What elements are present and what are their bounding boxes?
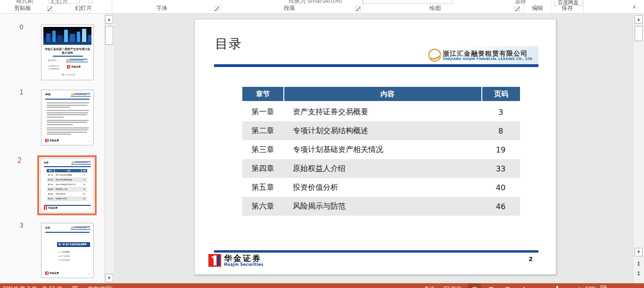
group-label-font: 字体 xyxy=(156,4,167,12)
huajin-securities-logo[interactable]: 华金证券 Huajin Securities xyxy=(208,254,264,267)
toc-row: 第六章风险揭示与防范46 xyxy=(47,196,87,201)
toc-content-cell: 资产支持证券交易概要 xyxy=(54,173,81,178)
slides-top-label: 幻灯片 xyxy=(51,0,68,6)
select-button[interactable]: 选择 xyxy=(515,0,526,6)
scroll-down-icon[interactable]: ▼ xyxy=(635,248,643,256)
toc-content-cell: 风险揭示与防范 xyxy=(283,197,481,216)
toc-row: 第一章资产支持证券交易概要3 xyxy=(47,173,87,178)
thumb3-items: 1.1 业务概要 1.2 产品方案 1.3 发行安排 xyxy=(58,251,70,263)
slide-editor[interactable]: 目录 浙江汇金融资租赁有限公司 ZHEJIANG HUIJIN FINANCIA… xyxy=(194,19,556,275)
toc-content-cell: 专项计划基础资产相关情况 xyxy=(283,140,481,159)
toc-header-row: 章节内容页码 xyxy=(242,87,520,102)
thumb2-header: 目录 xyxy=(44,161,49,164)
language-indicator[interactable]: 中文(中国) xyxy=(88,285,113,288)
toc-chapter-cell: 第五章 xyxy=(47,192,54,196)
scroll-up-icon[interactable]: ▲ xyxy=(635,15,643,24)
zoom-out-button[interactable]: − xyxy=(534,286,538,288)
scroll-up-icon[interactable]: ▲ xyxy=(105,15,113,24)
zoom-level[interactable]: 68% xyxy=(586,286,597,288)
thumb-page-number: 1 xyxy=(89,140,90,143)
thumb3-header: 目录 xyxy=(45,226,50,229)
dialog-launcher-icon[interactable] xyxy=(47,6,52,11)
huajin-logo-icon xyxy=(208,254,221,267)
dialog-launcher-icon[interactable] xyxy=(355,6,361,11)
blurred-paragraphs xyxy=(47,102,89,136)
toc-header-cell: 页码 xyxy=(481,87,520,101)
slide-page-number[interactable]: 2 xyxy=(528,255,533,263)
toc-chapter-cell: 第二章 xyxy=(242,121,283,140)
thumb-page-number: 3 xyxy=(89,273,90,275)
toc-page-cell: 3 xyxy=(481,102,520,121)
header-divider-line xyxy=(214,64,538,67)
shape-style-combobox[interactable] xyxy=(362,0,453,4)
toc-page-cell: 8 xyxy=(81,178,87,182)
smartart-convert-button[interactable]: 转换为 SmartArt(M) xyxy=(289,0,342,5)
scrollbar-thumb[interactable] xyxy=(635,26,643,41)
toc-content-cell: 投资价值分析 xyxy=(54,192,81,196)
toc-content-cell: 原始权益人介绍 xyxy=(283,159,481,178)
toc-row: 第六章风险揭示与防范46 xyxy=(242,197,520,216)
thumbnail-slide-0[interactable]: 华金汇金租赁二期资产支持专项计划 推介材料 原始权益人： 计划管理人及 推介销售… xyxy=(41,25,94,80)
toc-row: 第五章投资价值分析40 xyxy=(47,192,87,196)
view-reading-button[interactable]: ▥ xyxy=(501,283,514,288)
huajin-logo-chip: 华金证券 xyxy=(67,65,81,68)
scroll-down-icon[interactable]: ▼ xyxy=(105,274,113,282)
dialog-launcher-icon[interactable] xyxy=(214,6,219,11)
next-slide-button[interactable]: ▼▼ xyxy=(635,269,643,278)
group-label-save: 保存 xyxy=(561,4,573,12)
thumb0-label-manager-2: 推介销售机构： xyxy=(48,68,61,70)
view-slideshow-button[interactable]: ⏵ xyxy=(518,283,530,288)
thumbnail-number: 2 xyxy=(6,156,22,165)
zoom-slider-thumb[interactable] xyxy=(556,286,558,288)
toc-row: 第二章专项计划交易结构概述8 xyxy=(242,121,520,140)
huajin-logo-chip: 华金证券 xyxy=(45,139,59,142)
ribbon: 格式刷 幻灯片 转换为 SmartArt(M) 选择 百度网盘 剪贴板 幻灯片 … xyxy=(0,0,644,14)
company-name-en: ZHEJIANG HUIJIN FINANCIAL LEASING CO., L… xyxy=(443,57,532,61)
huijin-company-logo[interactable]: 浙江汇金融资租赁有限公司 ZHEJIANG HUIJIN FINANCIAL L… xyxy=(425,46,538,64)
thumbnail-slide-1[interactable]: 声明 华金证券 1 xyxy=(41,90,94,145)
collapse-ribbon-icon[interactable]: ∧ xyxy=(632,4,636,10)
toc-page-cell: 3 xyxy=(81,173,87,178)
view-normal-button[interactable]: ▤ xyxy=(468,283,481,288)
toc-content-cell: 专项计划交易结构概述 xyxy=(54,178,81,182)
group-label-drawing: 绘图 xyxy=(429,4,441,12)
mini-toc-table: 章节内容页码第一章资产支持证券交易概要3第二章专项计划交易结构概述8第三章专项计… xyxy=(47,169,87,201)
toc-row: 第四章原始权益人介绍33 xyxy=(242,159,520,178)
toc-chapter-cell: 第六章 xyxy=(242,197,283,216)
notes-toggle[interactable]: ▲ 备注 xyxy=(417,283,438,288)
toc-content-cell: 风险揭示与防范 xyxy=(54,196,81,201)
thumb-page-number: 2 xyxy=(89,207,90,210)
thumbnail-slide-2-selected[interactable]: 目录 章节内容页码第一章资产支持证券交易概要3第二章专项计划交易结构概述8第三章… xyxy=(40,158,94,212)
toc-row: 第四章原始权益人介绍33 xyxy=(47,187,87,192)
powerpoint-window: 格式刷 幻灯片 转换为 SmartArt(M) 选择 百度网盘 剪贴板 幻灯片 … xyxy=(0,0,644,288)
slide-title[interactable]: 目录 xyxy=(215,35,242,52)
checkbox-fragment[interactable] xyxy=(89,0,93,3)
previous-slide-button[interactable]: ▲▲ xyxy=(635,259,643,267)
toc-content-cell: 资产支持证券交易概要 xyxy=(283,102,481,121)
zoom-in-button[interactable]: + xyxy=(577,286,581,288)
toc-content-cell: 专项计划交易结构概述 xyxy=(283,121,481,140)
thumb0-label-originator: 原始权益人： xyxy=(48,59,59,61)
dialog-launcher-icon[interactable] xyxy=(515,6,520,11)
scrollbar-thumb[interactable] xyxy=(105,26,113,45)
view-slide-sorter-button[interactable]: ▦ xyxy=(485,283,497,288)
thumbnail-slide-3[interactable]: 目录 第一章 资产支持证券交易概要 1.1 业务概要 1.2 产品方案 1.3 … xyxy=(41,223,94,278)
toc-chapter-cell: 第四章 xyxy=(242,159,283,178)
toc-content-cell: 专项计划基础资产相关情况 xyxy=(54,182,81,187)
toc-header-cell: 页码 xyxy=(81,169,87,172)
toc-page-cell: 19 xyxy=(481,140,520,159)
thumb0-date: 二零一七年六月 xyxy=(41,74,93,76)
huijin-logo-chip xyxy=(71,161,91,165)
toc-chapter-cell: 第三章 xyxy=(47,182,54,187)
spellcheck-icon[interactable] xyxy=(73,286,77,288)
main-scrollbar: ▲ ▼ ▲▲ ▼▼ xyxy=(633,14,644,283)
toc-content-cell: 原始权益人介绍 xyxy=(54,187,81,192)
comments-toggle[interactable]: 批注 xyxy=(441,283,464,288)
toc-header-row: 章节内容页码 xyxy=(47,169,87,173)
huajin-name-en: Huajin Securities xyxy=(224,263,264,267)
fit-to-window-icon[interactable] xyxy=(601,286,606,288)
toc-table[interactable]: 章节内容页码第一章资产支持证券交易概要3第二章专项计划交易结构概述8第三章专项计… xyxy=(242,87,520,216)
toc-content-cell: 投资价值分析 xyxy=(283,178,481,197)
thumb1-header: 声明 xyxy=(45,93,50,96)
footer-divider-line xyxy=(214,250,538,253)
